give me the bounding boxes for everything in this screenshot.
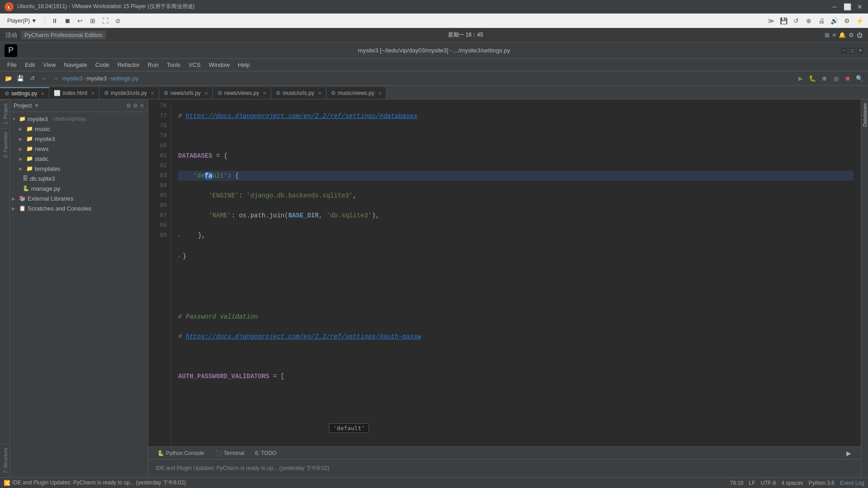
tree-scratches[interactable]: ▶ 📋 Scratches and Consoles xyxy=(10,203,148,213)
indent[interactable]: 4 spaces xyxy=(782,480,803,486)
vm-arrow-button[interactable]: ≫ xyxy=(766,16,776,26)
tab-index-html-close[interactable]: ✕ xyxy=(91,91,94,96)
pycharm-close[interactable]: ✕ xyxy=(857,47,863,54)
menu-run[interactable]: Run xyxy=(144,61,162,69)
activities-button[interactable]: 活动 xyxy=(5,31,17,39)
tab-news-urls-close[interactable]: ✕ xyxy=(204,91,208,96)
back-icon[interactable]: ← xyxy=(39,74,49,84)
stop-button[interactable]: ⏹ xyxy=(62,16,72,26)
pycharm-app-label[interactable]: PyCharm Professional Edition xyxy=(21,31,106,39)
favorites-panel-tab[interactable]: 2: Favorites xyxy=(0,128,9,161)
project-panel-header: Project ▼ ⚙ ⚙ ✕ xyxy=(10,99,148,112)
project-sync-icon[interactable]: ⚙ xyxy=(126,103,131,109)
menu-file[interactable]: File xyxy=(4,61,20,69)
open-folder-icon[interactable]: 📂 xyxy=(4,74,14,84)
tab-music-views-close[interactable]: ✕ xyxy=(378,91,382,96)
vm-icon8[interactable]: ⚡ xyxy=(854,16,864,26)
line-ending[interactable]: LF xyxy=(749,480,755,486)
menu-tools[interactable]: Tools xyxy=(163,61,184,69)
tab-music-urls-close[interactable]: ✕ xyxy=(318,91,321,96)
python-version[interactable]: Python 3.6 xyxy=(809,480,835,486)
project-dropdown-icon[interactable]: ▼ xyxy=(33,102,39,109)
vm-icon5[interactable]: 🖨 xyxy=(816,16,826,26)
tree-static[interactable]: ▶ 📁 static xyxy=(10,154,148,164)
stop-run-button[interactable]: ⏹ xyxy=(843,74,853,84)
save-icon[interactable]: 💾 xyxy=(15,74,25,84)
tree-templates-icon: 📁 xyxy=(26,165,33,172)
tab-index-html[interactable]: ⬜ index.html ✕ xyxy=(49,87,99,99)
tree-templates[interactable]: ▶ 📁 templates xyxy=(10,164,148,174)
pycharm-minimize[interactable]: ─ xyxy=(841,47,847,54)
python-console-tab[interactable]: 🐍 Python Console xyxy=(152,448,210,458)
tab-mysite3-urls-close[interactable]: ✕ xyxy=(151,91,154,96)
menu-edit[interactable]: Edit xyxy=(21,61,38,69)
tab-mysite3-urls[interactable]: ⚙ mysite3/urls.py ✕ xyxy=(99,87,159,99)
vm-icon7[interactable]: ⚙ xyxy=(842,16,852,26)
search-icon[interactable]: 🔍 xyxy=(854,74,864,84)
todo-tab[interactable]: 6: TODO xyxy=(250,448,282,458)
run-icon-bottom[interactable]: ▶ xyxy=(844,448,854,458)
debug-button[interactable]: 🐛 xyxy=(807,74,817,84)
project-gear-icon[interactable]: ⚙ xyxy=(133,103,138,109)
vm-icon6[interactable]: 🔊 xyxy=(829,16,839,26)
tab-news-views[interactable]: ⚙ news/views.py ✕ xyxy=(213,87,271,99)
settings-button[interactable]: ⊘ xyxy=(113,16,123,26)
taskbar-apps-icon[interactable]: ≡ xyxy=(832,32,836,38)
run-button[interactable]: ▶ xyxy=(796,74,806,84)
tree-manage-py[interactable]: 🐍 manage.py xyxy=(10,183,148,193)
encoding[interactable]: UTF-8 xyxy=(761,480,776,486)
tree-music[interactable]: ▶ 📁 music xyxy=(10,124,148,134)
project-close-icon[interactable]: ✕ xyxy=(140,103,144,109)
menu-navigate[interactable]: Navigate xyxy=(60,61,90,69)
fullscreen-button[interactable]: ⊞ xyxy=(88,16,98,26)
tree-db-sqlite3[interactable]: 🗄 db.sqlite3 xyxy=(10,174,148,183)
unity-button[interactable]: ⛶ xyxy=(100,16,110,26)
breadcrumb-settings-py[interactable]: settings.py xyxy=(110,75,138,82)
forward-icon[interactable]: → xyxy=(51,74,61,84)
restart-button[interactable]: ↩ xyxy=(75,16,85,26)
tree-news[interactable]: ▶ 📁 news xyxy=(10,144,148,154)
taskbar-notif-icon[interactable]: 🔔 xyxy=(839,32,846,38)
taskbar-power-icon[interactable]: ⏻ xyxy=(857,32,863,38)
tab-news-urls[interactable]: ⚙ news/urls.py ✕ xyxy=(159,87,213,99)
menu-help[interactable]: Help xyxy=(234,61,254,69)
maximize-button[interactable]: ⬜ xyxy=(844,3,851,10)
breadcrumb-mysite3-pkg[interactable]: mysite3 xyxy=(86,75,107,82)
code-content[interactable]: # https://docs.djangoproject.com/en/2.2/… xyxy=(171,99,861,446)
project-panel-tab[interactable]: 1: Project xyxy=(0,99,9,128)
menu-refactor[interactable]: Refactor xyxy=(114,61,143,69)
vm-icon3[interactable]: ↺ xyxy=(791,16,801,26)
pycharm-restore[interactable]: ◻ xyxy=(849,47,855,54)
profile-button[interactable]: ◎ xyxy=(831,74,841,84)
minimize-button[interactable]: ─ xyxy=(831,3,838,10)
event-log-button[interactable]: Event Log xyxy=(840,480,864,486)
tab-news-views-close[interactable]: ✕ xyxy=(263,91,266,96)
taskbar-left: 活动 PyCharm Professional Edition xyxy=(5,31,106,39)
tab-music-urls[interactable]: ⚙ music/urls.py ✕ xyxy=(271,87,326,99)
menu-window[interactable]: Window xyxy=(205,61,233,69)
close-button[interactable]: ✕ xyxy=(856,3,863,10)
pause-button[interactable]: ⏸ xyxy=(50,16,60,26)
taskbar-grid-icon[interactable]: ⊞ xyxy=(825,32,830,38)
coverage-button[interactable]: ⊕ xyxy=(819,74,829,84)
sync-icon[interactable]: ↺ xyxy=(27,74,37,84)
terminal-tab[interactable]: ⬛ Terminal xyxy=(210,448,250,458)
menu-view[interactable]: View xyxy=(39,61,59,69)
tab-music-views[interactable]: ⚙ music/views.py ✕ xyxy=(326,87,387,99)
tab-settings-py-close[interactable]: ✕ xyxy=(41,91,44,96)
tree-external-libs[interactable]: ▶ 📚 External Libraries xyxy=(10,193,148,203)
player-menu-button[interactable]: Player(P) ▼ xyxy=(4,17,40,25)
tree-root-mysite3[interactable]: ▼ 📁 mysite3 ~/tedu/vip/day... xyxy=(10,114,148,124)
taskbar-settings-icon[interactable]: ⚙ xyxy=(849,32,854,38)
menu-vcs[interactable]: VCS xyxy=(185,61,204,69)
vm-icon4[interactable]: ⊕ xyxy=(804,16,814,26)
structure-panel-tab[interactable]: 7: Structure xyxy=(0,444,9,477)
code-editor[interactable]: 76 77 78 79 80 81 82 83 84 85 86 87 88 8… xyxy=(148,99,861,446)
menu-code[interactable]: Code xyxy=(92,61,113,69)
tree-mysite3-inner[interactable]: ▶ 📁 mysite3 xyxy=(10,134,148,144)
breadcrumb-mysite3-project[interactable]: mysite3 xyxy=(62,75,83,82)
vm-icon2[interactable]: 💾 xyxy=(778,16,788,26)
tab-settings-py[interactable]: ⚙ settings.py ✕ xyxy=(0,87,49,99)
cursor-position[interactable]: 79:10 xyxy=(730,480,744,486)
databases-tab[interactable]: Databases xyxy=(861,99,868,131)
